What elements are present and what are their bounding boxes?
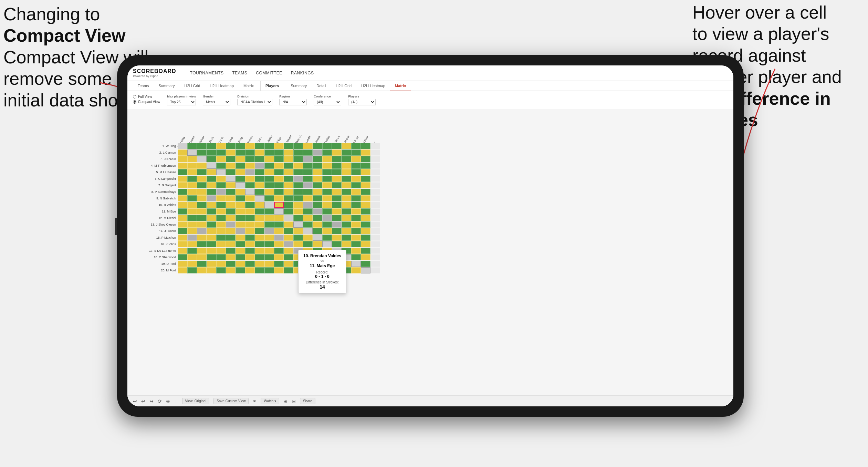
grid-cell[interactable] <box>322 143 332 149</box>
tab-summary[interactable]: Summary <box>154 81 179 91</box>
grid-cell[interactable] <box>187 241 197 247</box>
grid-cell[interactable] <box>178 163 187 169</box>
grid-cell[interactable] <box>226 169 236 175</box>
compact-view-option[interactable]: Compact View <box>133 100 160 104</box>
grid-cell[interactable] <box>342 241 351 247</box>
grid-cell[interactable] <box>351 182 361 188</box>
grid-cell[interactable] <box>313 235 322 241</box>
grid-cell[interactable] <box>303 202 313 208</box>
grid-cell[interactable] <box>274 235 284 241</box>
grid-cell[interactable] <box>207 182 216 188</box>
grid-cell[interactable] <box>226 215 236 221</box>
grid-cell[interactable] <box>255 267 264 273</box>
grid-cell[interactable] <box>370 221 380 228</box>
grid-cell[interactable] <box>264 215 274 221</box>
grid-cell[interactable] <box>332 202 342 208</box>
grid-cell[interactable] <box>293 149 303 156</box>
grid-cell[interactable] <box>351 241 361 247</box>
grid-cell[interactable] <box>370 208 380 215</box>
grid-cell[interactable] <box>313 195 322 201</box>
grid-cell[interactable] <box>264 221 274 228</box>
undo2-icon[interactable]: ↩ <box>141 398 145 404</box>
grid-cell[interactable] <box>178 202 187 208</box>
grid-icon[interactable]: ⊟ <box>292 398 296 404</box>
grid-cell-highlighted[interactable] <box>274 202 284 208</box>
grid-cell[interactable] <box>207 169 216 175</box>
grid-cell[interactable] <box>178 156 187 162</box>
grid-cell[interactable] <box>361 254 370 260</box>
grid-cell[interactable] <box>178 195 187 201</box>
grid-cell[interactable] <box>245 221 255 228</box>
grid-cell[interactable] <box>322 189 332 195</box>
grid-cell[interactable] <box>187 215 197 221</box>
grid-cell[interactable] <box>303 215 313 221</box>
grid-cell[interactable] <box>197 156 207 162</box>
grid-cell[interactable] <box>351 169 361 175</box>
grid-cell[interactable] <box>245 248 255 254</box>
grid-cell[interactable] <box>207 143 216 149</box>
grid-cell[interactable] <box>274 267 284 273</box>
grid-cell[interactable] <box>322 202 332 208</box>
grid-cell[interactable] <box>197 208 207 215</box>
grid-cell[interactable] <box>322 195 332 201</box>
grid-cell[interactable] <box>236 182 245 188</box>
grid-cell[interactable] <box>284 241 293 247</box>
grid-cell[interactable] <box>303 235 313 241</box>
grid-cell[interactable] <box>361 195 370 201</box>
grid-cell[interactable] <box>293 189 303 195</box>
grid-cell[interactable] <box>255 169 264 175</box>
grid-cell[interactable] <box>351 221 361 228</box>
grid-cell[interactable] <box>187 248 197 254</box>
grid-cell[interactable] <box>274 169 284 175</box>
nav-teams[interactable]: TEAMS <box>232 71 248 75</box>
grid-cell[interactable] <box>245 143 255 149</box>
grid-cell[interactable] <box>370 202 380 208</box>
grid-cell[interactable] <box>351 176 361 182</box>
grid-cell[interactable] <box>207 228 216 234</box>
grid-cell[interactable] <box>264 195 274 201</box>
share-button[interactable]: Share <box>300 398 315 404</box>
grid-cell[interactable] <box>313 221 322 228</box>
grid-cell[interactable] <box>284 156 293 162</box>
grid-cell[interactable] <box>197 267 207 273</box>
grid-cell[interactable] <box>342 215 351 221</box>
grid-cell[interactable] <box>207 176 216 182</box>
grid-cell[interactable] <box>322 176 332 182</box>
full-view-option[interactable]: Full View <box>133 95 160 98</box>
grid-cell[interactable] <box>322 215 332 221</box>
grid-cell[interactable] <box>197 176 207 182</box>
grid-cell[interactable] <box>187 156 197 162</box>
grid-cell[interactable] <box>187 163 197 169</box>
grid-cell[interactable] <box>361 221 370 228</box>
grid-cell[interactable] <box>255 143 264 149</box>
grid-cell[interactable] <box>226 195 236 201</box>
grid-cell[interactable] <box>236 176 245 182</box>
grid-cell[interactable] <box>187 143 197 149</box>
tab-matrix-teams[interactable]: Matrix <box>239 81 259 91</box>
grid-cell[interactable] <box>207 195 216 201</box>
tab-players-matrix[interactable]: Matrix <box>390 81 411 91</box>
grid-cell[interactable] <box>255 221 264 228</box>
grid-cell[interactable] <box>207 221 216 228</box>
grid-cell[interactable] <box>303 156 313 162</box>
grid-cell[interactable] <box>332 228 342 234</box>
grid-cell[interactable] <box>370 195 380 201</box>
tab-players-detail[interactable]: Detail <box>312 81 331 91</box>
grid-cell[interactable] <box>236 156 245 162</box>
grid-cell[interactable] <box>226 202 236 208</box>
grid-cell[interactable] <box>284 182 293 188</box>
grid-cell[interactable] <box>216 267 226 273</box>
grid-cell[interactable] <box>207 189 216 195</box>
grid-cell[interactable] <box>216 182 226 188</box>
grid-cell[interactable] <box>284 143 293 149</box>
grid-cell[interactable] <box>197 143 207 149</box>
grid-cell[interactable] <box>264 176 274 182</box>
grid-cell[interactable] <box>293 235 303 241</box>
grid-cell[interactable] <box>226 143 236 149</box>
grid-cell[interactable] <box>197 169 207 175</box>
grid-cell[interactable] <box>274 163 284 169</box>
grid-cell[interactable] <box>255 156 264 162</box>
grid-cell[interactable] <box>216 169 226 175</box>
grid-cell[interactable] <box>370 176 380 182</box>
grid-cell[interactable] <box>178 248 187 254</box>
